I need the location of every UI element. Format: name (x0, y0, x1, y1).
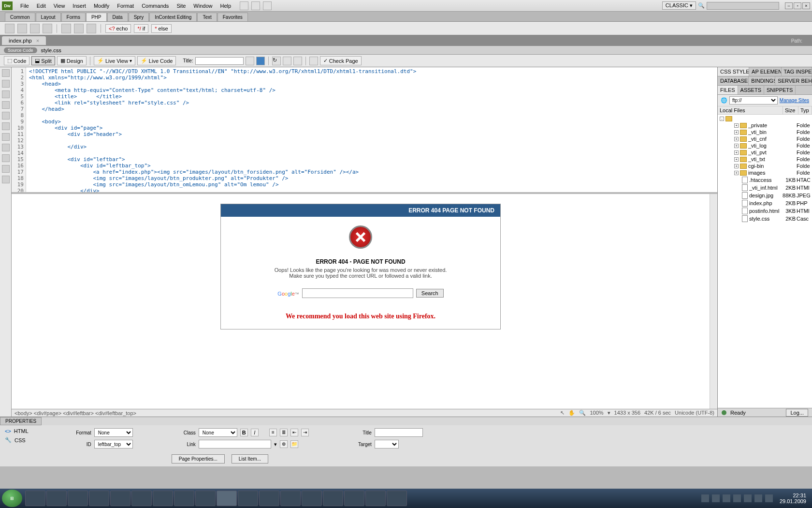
tag-path[interactable]: <body> <div#page> <div#leftbar> <div#lef… (14, 410, 136, 416)
file-row[interactable]: .htaccess1KBHTAC (718, 176, 812, 184)
gutter-icon[interactable] (2, 80, 10, 88)
menu-help[interactable]: Help (216, 3, 235, 9)
taskbar-utorrent-icon[interactable] (195, 491, 216, 506)
point-to-file-icon[interactable]: ⊕ (280, 440, 288, 448)
gutter-icon[interactable] (2, 122, 10, 130)
minimize-button[interactable]: – (785, 2, 793, 9)
toolbar-icon-5[interactable] (309, 57, 318, 65)
gutter-icon[interactable] (2, 112, 10, 120)
code-view-button[interactable]: ⬚Code (4, 56, 29, 65)
tab-files[interactable]: FILES (718, 86, 738, 94)
insert-icon-2[interactable] (17, 24, 27, 33)
file-row[interactable]: postinfo.html3KBHTMI (718, 207, 812, 215)
gutter-icon[interactable] (2, 144, 10, 151)
title-input[interactable] (195, 57, 244, 65)
css-mode[interactable]: CSS (14, 437, 26, 443)
menu-view[interactable]: View (50, 3, 69, 9)
site-icon[interactable] (263, 1, 272, 10)
gutter-icon[interactable] (2, 101, 10, 109)
class-select[interactable]: None (199, 428, 237, 437)
tray-icon[interactable] (712, 494, 720, 502)
insert-icon-1[interactable] (5, 24, 14, 33)
title-input[interactable] (375, 428, 423, 437)
taskbar-7z-icon[interactable] (110, 491, 130, 506)
gutter-icon[interactable] (2, 154, 10, 162)
code-text[interactable]: <!DOCTYPE html PUBLIC "-//W3C//DTD XHTML… (26, 67, 717, 192)
zoom-value[interactable]: 100% (590, 410, 603, 416)
php-echo-button[interactable]: <?echo (105, 24, 131, 33)
taskbar-app-icon[interactable] (280, 491, 301, 506)
taskbar-app-icon[interactable] (365, 491, 386, 506)
gutter-icon[interactable] (2, 69, 10, 77)
check-page-button[interactable]: ✓Check Page (320, 56, 362, 65)
tab-tag-inspector[interactable]: TAG INSPEC (782, 67, 812, 76)
indent-icon[interactable]: ⇥ (301, 429, 309, 436)
live-code-button[interactable]: ⚡Live Code (137, 56, 176, 65)
target-select[interactable] (375, 440, 399, 448)
design-view-button[interactable]: ▦Design (57, 56, 87, 65)
tab-spry[interactable]: Spry (129, 13, 149, 21)
browser-preview-icon[interactable] (256, 57, 265, 65)
taskbar-dreamweaver-icon[interactable] (217, 491, 237, 506)
tray-icon[interactable] (754, 494, 762, 502)
menu-edit[interactable]: Edit (33, 3, 50, 9)
taskbar-app-icon[interactable] (174, 491, 194, 506)
tray-icon[interactable] (723, 494, 730, 502)
tab-php[interactable]: PHP (86, 13, 107, 21)
folder-row[interactable]: +_vti_txtFolde (718, 156, 812, 163)
menu-site[interactable]: Site (173, 3, 189, 9)
tab-server-behaviors[interactable]: SERVER BEHA (775, 76, 812, 85)
preview-scrollbar[interactable] (710, 194, 717, 409)
insert-icon-6[interactable] (74, 24, 84, 33)
format-select[interactable]: None (94, 428, 133, 437)
properties-tab[interactable]: PROPERTIES (0, 417, 42, 425)
tab-incontext[interactable]: InContext Editing (149, 13, 197, 21)
gutter-icon[interactable] (2, 90, 10, 98)
folder-row[interactable]: +_vti_binFolde (718, 129, 812, 135)
taskbar-opera-icon[interactable] (46, 491, 67, 506)
layout-icon[interactable] (240, 1, 248, 10)
taskbar-app-icon[interactable] (259, 491, 279, 506)
tab-databases[interactable]: DATABASES (718, 76, 749, 85)
browse-icon[interactable]: 📁 (290, 440, 298, 448)
folder-row[interactable]: +_privateFolde (718, 122, 812, 129)
site-selector[interactable]: ftp:// (729, 96, 778, 105)
tab-assets[interactable]: ASSETS (738, 86, 764, 94)
taskbar-app-icon[interactable] (68, 491, 88, 506)
tab-ap-elements[interactable]: AP ELEMENT (749, 67, 781, 76)
tray-icon[interactable] (733, 494, 741, 502)
folder-row[interactable]: +_vti_logFolde (718, 142, 812, 149)
folder-row[interactable]: +cgi-binFolde (718, 163, 812, 169)
folder-row[interactable]: +_vti_pvtFolde (718, 149, 812, 156)
taskbar-photoshop-icon[interactable] (131, 491, 152, 506)
live-preview[interactable]: ERROR 404 PAGE NOT FOUND ERROR 404 - PAG… (12, 194, 710, 409)
tab-favorites[interactable]: Favorites (218, 13, 248, 21)
italic-icon[interactable]: I (251, 429, 259, 436)
bold-icon[interactable]: B (240, 429, 248, 436)
menu-window[interactable]: Window (189, 3, 216, 9)
tab-common[interactable]: Common (5, 13, 35, 21)
maximize-button[interactable]: ▫ (794, 2, 801, 9)
taskbar-app-icon[interactable] (302, 491, 322, 506)
pointer-icon[interactable]: ↖ (560, 410, 565, 416)
tab-forms[interactable]: Forms (61, 13, 86, 21)
taskbar-app-icon[interactable] (238, 491, 258, 506)
taskbar-app-icon[interactable] (387, 491, 407, 506)
workspace-selector[interactable]: CLASSIC ▾ (662, 1, 696, 10)
link-input[interactable] (199, 440, 271, 448)
split-view-button[interactable]: ⬓Split (31, 56, 55, 65)
search-input[interactable] (707, 2, 779, 10)
toolbar-icon-4[interactable] (293, 57, 302, 65)
file-row[interactable]: design.jpg88KBJPEG (718, 192, 812, 199)
file-row[interactable]: style.css2KBCasc (718, 215, 812, 223)
gutter-icon[interactable] (2, 133, 10, 141)
ol-icon[interactable]: ≣ (280, 429, 288, 436)
files-tree[interactable]: -+_privateFolde+_vti_binFolde+_vti_cnfFo… (718, 115, 812, 408)
toolbar-icon-1[interactable] (246, 57, 254, 65)
tab-text[interactable]: Text (197, 13, 217, 21)
insert-icon-3[interactable] (30, 24, 40, 33)
html-mode[interactable]: HTML (14, 428, 29, 434)
taskbar-app-icon[interactable] (153, 491, 173, 506)
taskbar-app-icon[interactable] (323, 491, 343, 506)
start-button[interactable]: ⊞ (2, 490, 22, 507)
